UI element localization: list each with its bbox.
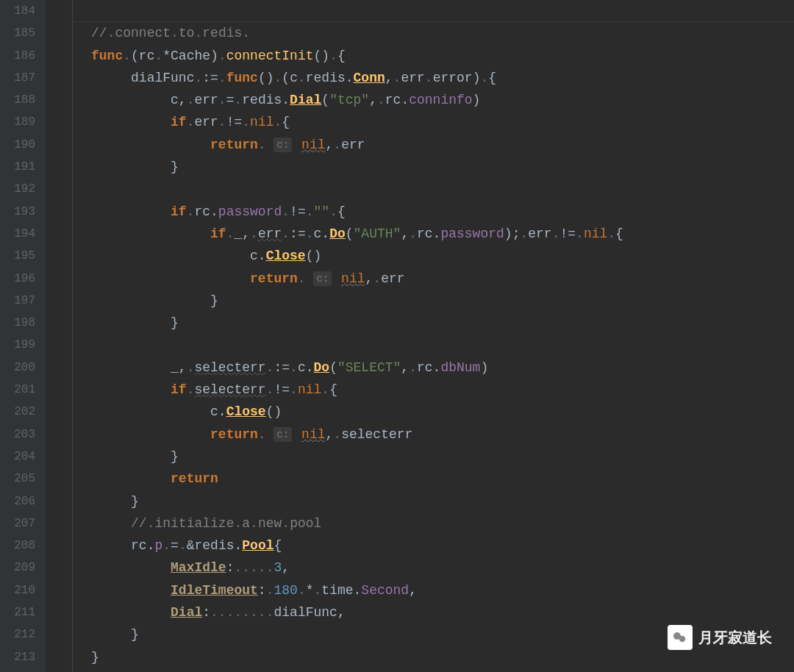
token: , bbox=[385, 71, 393, 85]
token: ) bbox=[480, 360, 488, 375]
code-line[interactable]: MaxIdle:.....3, bbox=[51, 557, 794, 579]
token: if bbox=[210, 226, 226, 241]
code-line[interactable]: _,.selecterr.:=.c.Do("SELECT",.rc.dbNum) bbox=[51, 357, 794, 379]
code-line[interactable]: func.(rc.*Cache).connectInit().{ bbox=[51, 45, 794, 67]
token: rc. bbox=[417, 360, 440, 375]
code-line[interactable]: if.err.!=.nil.{ bbox=[51, 111, 794, 133]
token: connect bbox=[115, 26, 171, 40]
code-line[interactable]: } bbox=[51, 312, 794, 334]
token: nil bbox=[341, 271, 365, 286]
code-line[interactable]: return. c: nil,.err bbox=[51, 134, 794, 156]
code-line[interactable]: } bbox=[51, 446, 794, 468]
line-number: 200 bbox=[4, 357, 35, 379]
code-line[interactable]: c,.err.=.redis.Dial("tcp",.rc.conninfo) bbox=[51, 89, 794, 111]
token: ); bbox=[504, 226, 521, 241]
line-number: 193 bbox=[4, 201, 35, 223]
line-number: 204 bbox=[4, 446, 35, 468]
line-number: 205 bbox=[4, 468, 35, 490]
code-line[interactable]: c.Close() bbox=[51, 401, 794, 423]
token: "AUTH" bbox=[354, 226, 401, 241]
token: // bbox=[91, 26, 107, 40]
code-line[interactable]: dialFunc.:=.func().(c.redis.Conn,.err.er… bbox=[51, 67, 794, 89]
code-line[interactable]: rc.p.=.&redis.Pool{ bbox=[51, 535, 794, 557]
token: err bbox=[401, 71, 424, 85]
token: Conn bbox=[354, 71, 385, 85]
token: . bbox=[282, 204, 290, 219]
code-line[interactable]: if._,.err.:=.c.Do("AUTH",.rc.password);.… bbox=[51, 223, 794, 245]
code-line[interactable] bbox=[51, 178, 794, 200]
token: conninfo bbox=[409, 93, 472, 107]
token: Close bbox=[226, 404, 266, 419]
token: . bbox=[282, 226, 290, 241]
token bbox=[293, 427, 301, 442]
token: . bbox=[306, 204, 314, 219]
code-line[interactable]: return. c: nil,.err bbox=[51, 268, 794, 290]
code-line[interactable]: return bbox=[51, 468, 794, 490]
token: new bbox=[258, 516, 282, 531]
line-number: 206 bbox=[4, 490, 35, 512]
token: . bbox=[162, 538, 171, 553]
token: . bbox=[218, 71, 226, 85]
code-line[interactable]: Dial:........dialFunc, bbox=[51, 601, 794, 623]
token: Pool bbox=[242, 538, 273, 553]
code-line[interactable]: //.initialize.a.new.pool bbox=[51, 512, 794, 535]
token: pool bbox=[290, 516, 321, 531]
token: . bbox=[576, 226, 584, 241]
token: password bbox=[218, 204, 282, 219]
token: () bbox=[306, 249, 322, 263]
code-area[interactable]: //.connect.to.redis. func.(rc.*Cache).co… bbox=[46, 0, 794, 672]
code-line[interactable]: if.rc.password.!=."".{ bbox=[51, 201, 794, 223]
line-number: 185 bbox=[4, 22, 35, 44]
code-line[interactable] bbox=[51, 334, 794, 356]
code-line[interactable]: } bbox=[51, 290, 794, 312]
token: . bbox=[187, 382, 195, 397]
code-line[interactable]: } bbox=[51, 490, 794, 512]
token: 3 bbox=[273, 560, 282, 575]
token: . bbox=[194, 26, 202, 40]
code-line[interactable]: } bbox=[51, 623, 794, 646]
token: . bbox=[321, 382, 329, 397]
token: nil bbox=[301, 137, 325, 152]
token: . bbox=[147, 516, 155, 531]
token: , bbox=[365, 271, 373, 286]
code-line[interactable]: } bbox=[51, 156, 794, 178]
token: } bbox=[171, 449, 179, 464]
token: ( bbox=[329, 360, 337, 375]
line-number: 194 bbox=[4, 223, 35, 245]
token: , bbox=[326, 137, 334, 152]
code-line[interactable]: IdleTimeout:.180.*.time.Second, bbox=[51, 579, 794, 601]
token: , bbox=[369, 93, 377, 107]
line-number: 201 bbox=[4, 379, 35, 401]
token: rc. bbox=[194, 204, 218, 219]
token: () bbox=[314, 49, 330, 63]
token: Second bbox=[361, 583, 409, 598]
token bbox=[293, 137, 301, 152]
code-line[interactable]: } bbox=[51, 646, 794, 668]
token: , bbox=[401, 226, 409, 241]
token: != bbox=[226, 115, 243, 129]
token: dbNum bbox=[440, 360, 480, 375]
token: return bbox=[171, 471, 218, 486]
code-line[interactable]: //.connect.to.redis. bbox=[51, 22, 794, 44]
code-line[interactable]: if.selecterr.!=.nil.{ bbox=[51, 379, 794, 401]
token: "SELECT" bbox=[337, 360, 401, 375]
token: . bbox=[234, 93, 242, 107]
line-number: 208 bbox=[4, 535, 35, 557]
code-line[interactable] bbox=[51, 0, 794, 22]
line-number: 197 bbox=[4, 290, 35, 312]
token: : bbox=[202, 605, 210, 620]
token: dialFunc bbox=[131, 71, 194, 85]
token: { bbox=[329, 382, 337, 397]
token: return bbox=[210, 137, 258, 152]
token: . bbox=[306, 226, 314, 241]
token: c: bbox=[273, 427, 292, 442]
token: ( bbox=[321, 93, 329, 107]
token: . bbox=[520, 226, 528, 241]
token: nil bbox=[301, 427, 325, 442]
code-editor[interactable]: 1841851861871881891901911921931941951961… bbox=[0, 0, 794, 672]
token: nil bbox=[298, 382, 321, 397]
token: , bbox=[282, 560, 290, 575]
code-line[interactable]: c.Close() bbox=[51, 245, 794, 267]
code-line[interactable]: return. c: nil,.selecterr bbox=[51, 423, 794, 446]
token: . bbox=[107, 26, 115, 40]
